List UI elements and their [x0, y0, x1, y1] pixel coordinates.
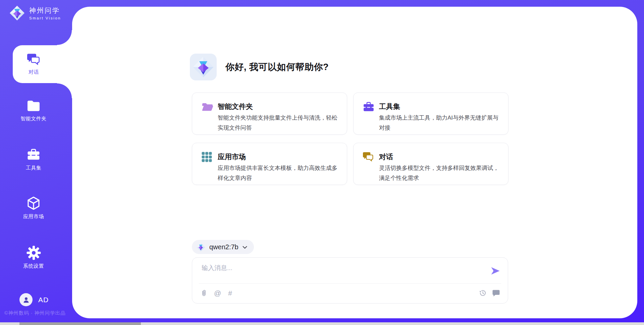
greeting-text: 你好, 我可以如何帮助你? [225, 61, 329, 73]
attachment-icon[interactable] [201, 289, 207, 297]
gear-icon [26, 245, 41, 260]
message-composer: @ # [192, 257, 508, 304]
app-grid-icon [202, 152, 214, 163]
avatar [19, 293, 33, 306]
user-name: AD [38, 296, 49, 304]
card-toolset[interactable]: 工具集 集成市场上主流工具，助力AI与外界无缝扩展与对接 [353, 92, 508, 135]
model-name: qwen2:7b [209, 243, 238, 251]
composer-tools-right [479, 289, 500, 297]
sidebar-item-label: 对话 [29, 69, 39, 75]
folder-open-icon [202, 102, 214, 113]
chat-bubbles-icon [27, 53, 41, 66]
brand-gem-icon [9, 5, 25, 21]
brand-name: 神州问学 [29, 6, 61, 15]
card-description: 集成市场上主流工具，助力AI与外界无缝扩展与对接 [379, 113, 502, 133]
card-title: 工具集 [379, 102, 400, 111]
chevron-down-icon [243, 246, 247, 249]
cube-icon [26, 195, 41, 211]
brand-subtitle: Smart Vision [29, 16, 61, 20]
chat-bubbles-icon [363, 152, 375, 163]
greeting-block: 你好, 我可以如何帮助你? [190, 54, 329, 80]
brand-logo[interactable]: 神州问学 Smart Vision [9, 5, 61, 21]
active-tab-fillet-bottom [57, 83, 72, 98]
sidebar-item-label: 应用市场 [23, 213, 44, 220]
card-smart-folder[interactable]: 智能文件夹 智能文件夹功能支持批量文件上传与清洗，轻松实现文件问答 [192, 92, 347, 135]
topic-icon[interactable]: # [228, 289, 232, 297]
folder-icon [26, 97, 41, 113]
model-gem-icon [196, 243, 205, 252]
horizontal-scrollbar[interactable] [0, 322, 644, 325]
greeting-gem-icon [190, 54, 217, 80]
feedback-chat-icon[interactable] [492, 289, 500, 297]
card-description: 应用市场提供丰富长文本模板，助力高效生成多样化文章内容 [218, 163, 341, 183]
brand-text: 神州问学 Smart Vision [29, 6, 61, 20]
horizontal-scrollbar-thumb[interactable] [19, 322, 141, 325]
card-title: 对话 [379, 152, 393, 161]
sidebar-item-label: 智能文件夹 [20, 116, 47, 122]
sidebar-item-settings[interactable]: 系统设置 [0, 245, 67, 269]
card-title: 智能文件夹 [218, 102, 253, 111]
composer-tools-left: @ # [201, 289, 232, 297]
card-description: 灵活切换多模型文件，支持多样回复效果调试，满足个性化需求 [379, 163, 502, 183]
feature-cards: 智能文件夹 智能文件夹功能支持批量文件上传与清洗，轻松实现文件问答 工具集 集成… [192, 92, 508, 185]
copyright-text: ©神州数码 · 神州问学出品 [4, 310, 66, 316]
toolbox-icon [27, 147, 40, 162]
model-selector[interactable]: qwen2:7b [192, 240, 254, 254]
history-icon[interactable] [479, 289, 486, 297]
card-description: 智能文件夹功能支持批量文件上传与清洗，轻松实现文件问答 [218, 113, 341, 133]
user-profile[interactable]: AD [19, 293, 49, 306]
toolbox-icon [363, 102, 375, 113]
sidebar-item-label: 系统设置 [23, 263, 44, 269]
composer-divider [199, 283, 501, 284]
sidebar-item-chat[interactable]: 对话 [13, 45, 72, 83]
sidebar-item-label: 工具集 [26, 165, 42, 171]
sidebar-item-smart-folder[interactable]: 智能文件夹 [0, 97, 67, 122]
send-icon[interactable] [490, 266, 500, 275]
sidebar-item-app-market[interactable]: 应用市场 [0, 195, 67, 220]
mention-icon[interactable]: @ [214, 289, 221, 297]
card-chat[interactable]: 对话 灵活切换多模型文件，支持多样回复效果调试，满足个性化需求 [353, 143, 508, 185]
active-tab-fillet-top [57, 30, 72, 45]
message-input[interactable] [201, 263, 487, 282]
app-root: 神州问学 Smart Vision 对话 智能文件夹 [0, 0, 644, 325]
sidebar-item-toolset[interactable]: 工具集 [0, 147, 67, 171]
card-title: 应用市场 [218, 152, 246, 161]
card-app-market[interactable]: 应用市场 应用市场提供丰富长文本模板，助力高效生成多样化文章内容 [192, 143, 347, 185]
